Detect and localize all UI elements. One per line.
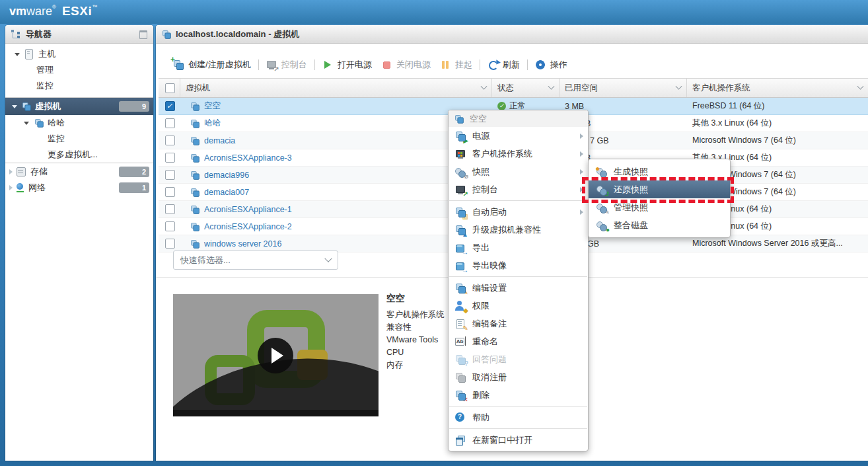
- submenu-arrow-icon: [580, 151, 583, 157]
- row-checkbox[interactable]: [165, 101, 175, 111]
- logo-tm-mark: ™: [92, 4, 97, 10]
- logo-vm: vm: [9, 5, 26, 18]
- menu-item-snapshots[interactable]: ⌀ 快照: [449, 163, 588, 180]
- sidebar-item-manage[interactable]: 管理: [5, 62, 153, 78]
- power-on-button[interactable]: 打开电源: [322, 59, 372, 71]
- menu-item-edit-notes[interactable]: ✎ 编辑备注: [449, 315, 588, 332]
- sidebar-divider: [5, 163, 153, 163]
- select-all-checkbox[interactable]: [165, 83, 175, 93]
- vm-icon: [190, 205, 199, 214]
- menu-item-permissions[interactable]: ◆ 权限: [449, 297, 588, 315]
- row-checkbox[interactable]: [165, 170, 175, 180]
- chevron-down-icon[interactable]: [481, 83, 488, 89]
- chevron-down-icon[interactable]: [857, 83, 864, 89]
- delete-icon: ✕: [455, 390, 466, 401]
- column-header-guest-os[interactable]: 客户机操作系统: [687, 79, 868, 97]
- expanded-arrow-icon[interactable]: [15, 53, 20, 56]
- navigator-title: 导航器: [26, 28, 52, 40]
- vm-icon: [190, 153, 199, 163]
- sidebar-item-storage[interactable]: 存储 2: [5, 164, 153, 180]
- create-register-vm-button[interactable]: + 创建/注册虚拟机: [173, 59, 251, 71]
- restore-window-icon[interactable]: [139, 30, 147, 39]
- vm-name-link[interactable]: AcronisESXAppliance-1: [204, 205, 292, 214]
- menu-item-upgrade-compatibility[interactable]: ▲ 升级虚拟机兼容性: [449, 221, 588, 239]
- context-menu-vm-name: 空空: [470, 113, 487, 125]
- vm-icon: [190, 171, 199, 180]
- menu-item-rename[interactable]: 重命名: [449, 332, 588, 350]
- row-checkbox[interactable]: [165, 204, 175, 214]
- menu-item-open-in-new-window[interactable]: 在新窗口中打开: [449, 431, 588, 449]
- quick-filter-placeholder: 快速筛选器...: [180, 254, 231, 266]
- column-header-vm[interactable]: 虚拟机: [180, 79, 492, 97]
- menu-item-console[interactable]: ↗ 控制台: [449, 180, 588, 198]
- submenu-item-manage-snapshots[interactable]: ✎ 管理快照: [589, 198, 730, 216]
- menu-item-power[interactable]: ▶ 电源: [449, 127, 588, 145]
- submenu-arrow-icon: [580, 134, 583, 139]
- sidebar-item-monitor-host[interactable]: 监控: [5, 78, 153, 94]
- vm-name-link[interactable]: AcronisESXAppliance-3: [204, 153, 292, 163]
- row-checkbox[interactable]: [165, 187, 175, 197]
- submenu-arrow-icon: [580, 210, 583, 215]
- sidebar-item-haha[interactable]: 哈哈: [5, 115, 153, 131]
- suspend-button[interactable]: 挂起: [440, 59, 472, 71]
- vm-name-link[interactable]: 哈哈: [204, 118, 221, 129]
- menu-item-delete[interactable]: ✕ 删除: [449, 386, 588, 404]
- row-checkbox[interactable]: [165, 118, 175, 128]
- menu-item-edit-settings[interactable]: ✎ 编辑设置: [449, 279, 588, 297]
- vm-name-link[interactable]: AcronisESXAppliance-2: [204, 222, 292, 231]
- new-vm-icon: +: [173, 59, 184, 70]
- vm-name-link[interactable]: demacia007: [204, 188, 249, 197]
- vm-name-link[interactable]: windows server 2016: [204, 239, 281, 249]
- sidebar-item-monitor-vm[interactable]: 监控: [5, 131, 153, 147]
- manage-snapshots-icon: ✎: [597, 202, 607, 213]
- vm-name-link[interactable]: 空空: [204, 100, 221, 112]
- menu-item-guest-os[interactable]: 客户机操作系统: [449, 145, 588, 163]
- vm-context-menu: 空空 ▶ 电源 客户机操作系统 ⌀ 快照 ↗ 控制台 ▥ 自动启动 ▲ 升级虚拟…: [448, 110, 589, 451]
- vm-icon: [190, 102, 199, 111]
- edit-notes-icon: ✎: [455, 319, 466, 329]
- submenu-item-consolidate-disks[interactable]: ● 整合磁盘: [589, 216, 730, 234]
- menu-item-export-image[interactable]: → 导出映像: [449, 256, 588, 274]
- expanded-arrow-icon[interactable]: [24, 122, 29, 125]
- vm-name-link[interactable]: demacia: [204, 136, 235, 145]
- vm-preview-thumbnail[interactable]: [173, 294, 379, 416]
- vm-icon: [162, 30, 171, 39]
- refresh-button[interactable]: 刷新: [488, 59, 520, 71]
- actions-button[interactable]: 操作: [535, 59, 567, 71]
- logo-ware: ware: [26, 5, 52, 18]
- column-header-status[interactable]: 状态: [492, 79, 560, 97]
- menu-item-export[interactable]: → 导出: [449, 239, 588, 256]
- submenu-item-take-snapshot[interactable]: ● 生成快照: [589, 163, 730, 180]
- menu-separator: [449, 428, 587, 429]
- row-checkbox[interactable]: [165, 153, 175, 163]
- vm-icon: [190, 188, 199, 197]
- chevron-down-icon[interactable]: [676, 83, 682, 89]
- vmware-esxi-logo: vmware®ESXi™: [9, 4, 97, 19]
- vm-name-link[interactable]: demacia996: [204, 171, 249, 180]
- menu-item-unregister[interactable]: 取消注册: [449, 368, 588, 386]
- guest-os-icon: [455, 149, 466, 159]
- help-icon: [455, 412, 466, 423]
- sidebar-item-virtual-machines[interactable]: 虚拟机 9: [5, 98, 153, 115]
- storage-icon: [17, 167, 26, 176]
- sidebar-item-networking[interactable]: 网络 1: [5, 180, 153, 196]
- play-button-icon[interactable]: [258, 338, 293, 373]
- sidebar-item-more-vms[interactable]: 更多虚拟机...: [5, 147, 153, 163]
- expanded-arrow-icon[interactable]: [12, 105, 17, 108]
- row-checkbox[interactable]: [165, 136, 175, 145]
- power-icon: ▶: [455, 131, 466, 141]
- chevron-down-icon: [324, 254, 332, 262]
- sidebar-item-host[interactable]: 主机: [5, 46, 153, 62]
- collapsed-arrow-icon[interactable]: [9, 185, 13, 190]
- column-header-used-space[interactable]: 已用空间: [560, 79, 687, 97]
- row-checkbox[interactable]: [165, 221, 175, 231]
- menu-item-help[interactable]: 帮助: [449, 408, 588, 426]
- collapsed-arrow-icon[interactable]: [9, 169, 13, 175]
- row-checkbox[interactable]: [165, 239, 175, 249]
- submenu-item-restore-snapshot[interactable]: ↺ 还原快照: [589, 180, 730, 198]
- power-off-button[interactable]: 关闭电源: [381, 59, 431, 71]
- chevron-down-icon[interactable]: [548, 83, 555, 89]
- console-button[interactable]: ↗ 控制台: [266, 59, 307, 71]
- quick-filter-select[interactable]: 快速筛选器...: [173, 251, 338, 270]
- menu-item-autostart[interactable]: ▥ 自动启动: [449, 203, 588, 221]
